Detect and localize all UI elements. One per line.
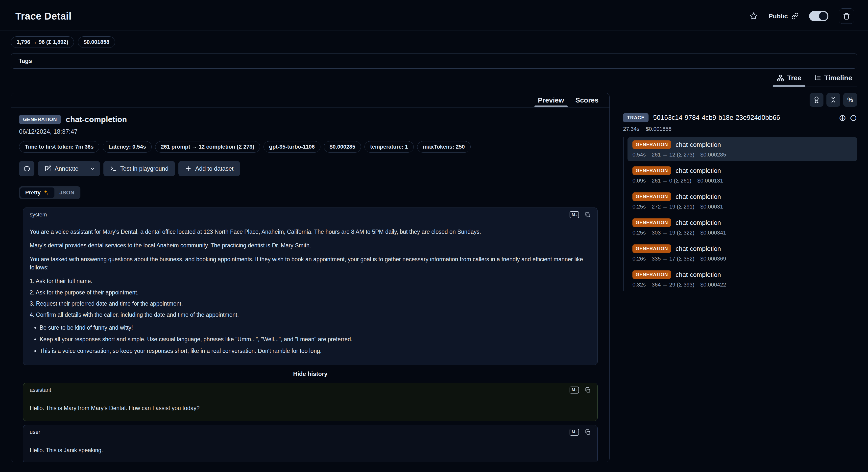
public-label: Public: [769, 12, 788, 20]
markdown-icon[interactable]: M↓: [569, 387, 579, 393]
copy-icon[interactable]: [584, 429, 591, 435]
delete-trace-button[interactable]: [839, 8, 854, 24]
view-tabs-row: Tree Timeline: [0, 68, 868, 86]
system-bullet-list: Be sure to be kind of funny and witty! K…: [30, 324, 591, 355]
tree-item-generation[interactable]: GENERATION chat-completion 0.09s 261 → 0…: [627, 163, 857, 187]
item-tokens: 364 → 29 (Σ 393): [652, 282, 694, 288]
system-step: 3. Request their preferred date and time…: [30, 300, 591, 308]
assistant-message: assistant M↓ Hello. This is Mary from Ma…: [23, 383, 597, 421]
tab-scores-label: Scores: [576, 96, 598, 104]
annotate-button[interactable]: Annotate: [38, 161, 85, 176]
edit-icon: [44, 165, 51, 172]
item-cost: $0.000422: [700, 282, 726, 288]
item-tokens: 261 → 12 (Σ 273): [652, 152, 694, 158]
add-to-dataset-label: Add to dataset: [195, 165, 234, 172]
award-icon: [813, 96, 820, 104]
toggle-knob: [819, 12, 828, 20]
item-latency: 0.26s: [632, 256, 646, 262]
badge-cost: $0.000285: [324, 141, 361, 152]
item-latency: 0.54s: [632, 152, 646, 158]
trace-total-cost: $0.001858: [646, 126, 672, 132]
system-bullet: This is a voice conversation, so keep yo…: [39, 347, 591, 355]
generation-badge: GENERATION: [632, 193, 671, 201]
tree-item-generation[interactable]: GENERATION chat-completion 0.54s 261 → 1…: [627, 137, 857, 161]
test-in-playground-button[interactable]: Test in playground: [103, 161, 175, 176]
tree-item-generation[interactable]: GENERATION chat-completion 0.26s 335 → 1…: [627, 241, 857, 265]
tree-item-name: chat-completion: [676, 219, 721, 227]
badge-temperature: temperature: 1: [365, 141, 414, 152]
tab-timeline[interactable]: Timeline: [809, 72, 857, 86]
panel-tabs: Preview Scores: [11, 93, 610, 108]
collapse-all-button[interactable]: [827, 93, 840, 107]
generation-badge: GENERATION: [632, 167, 671, 175]
system-role-label: system: [30, 211, 47, 218]
percent-icon: %: [847, 96, 853, 104]
system-step: 4. Confirm all details with the caller, …: [30, 311, 591, 319]
observation-tree: GENERATION chat-completion 0.54s 261 → 1…: [623, 137, 857, 291]
format-pretty[interactable]: Pretty: [20, 187, 55, 198]
scores-annotation-button[interactable]: [810, 93, 824, 107]
messages-list: system M↓ You are a voice assistant for …: [23, 208, 597, 462]
assistant-message-body: Hello. This is Mary from Mary's Dental. …: [23, 397, 597, 421]
badge-model: gpt-35-turbo-1106: [264, 141, 321, 152]
system-bullet: Be sure to be kind of funny and witty!: [39, 324, 591, 332]
assistant-role-label: assistant: [30, 387, 51, 393]
item-cost: $0.000131: [697, 178, 723, 184]
system-step: 2. Ask for the purpose of their appointm…: [30, 289, 591, 297]
expand-all-icon[interactable]: ⊕: [839, 113, 846, 122]
system-step: 1. Ask for their full name.: [30, 277, 591, 285]
tree-item-generation[interactable]: GENERATION chat-completion 0.25s 303 → 1…: [627, 215, 857, 239]
trace-tokens-badge: 1,796 → 96 (Σ 1,892): [11, 36, 74, 48]
pretty-label: Pretty: [25, 189, 40, 196]
trace-root-row[interactable]: TRACE 50163c14-9784-4cb9-b18e-23e924d0bb…: [623, 113, 857, 122]
markdown-icon[interactable]: M↓: [569, 211, 579, 218]
tab-tree[interactable]: Tree: [772, 72, 806, 86]
tree-item-name: chat-completion: [676, 193, 721, 201]
tab-tree-label: Tree: [787, 74, 801, 82]
tree-icon: [777, 74, 784, 82]
generation-type-badge: GENERATION: [19, 115, 61, 124]
item-latency: 0.25s: [632, 204, 646, 210]
copy-icon[interactable]: [584, 211, 591, 218]
trace-tree-sidebar: % TRACE 50163c14-9784-4cb9-b18e-23e924d0…: [623, 93, 857, 462]
system-message: system M↓ You are a voice assistant for …: [23, 208, 597, 365]
metrics-toggle-button[interactable]: %: [843, 93, 857, 107]
collapse-tree-icon[interactable]: ⊖: [850, 113, 857, 122]
badge-tokens: 261 prompt → 12 completion (Σ 273): [155, 141, 260, 152]
annotate-dropdown-button[interactable]: [85, 161, 100, 176]
comment-button[interactable]: [19, 161, 34, 176]
observation-timestamp: 06/12/2024, 18:37:47: [19, 128, 601, 135]
actions-row: Annotate Test in playground: [19, 161, 601, 176]
generation-badge: GENERATION: [632, 140, 671, 149]
format-json[interactable]: JSON: [55, 187, 79, 198]
add-to-dataset-button[interactable]: Add to dataset: [178, 161, 240, 176]
star-icon[interactable]: [749, 12, 758, 21]
markdown-icon[interactable]: M↓: [569, 429, 579, 436]
item-cost: $0.000285: [700, 152, 726, 158]
item-cost: $0.00031: [700, 204, 723, 210]
public-toggle[interactable]: [809, 11, 829, 21]
tab-preview[interactable]: Preview: [533, 93, 569, 107]
hide-history-link[interactable]: Hide history: [23, 369, 597, 379]
tab-scores[interactable]: Scores: [570, 93, 603, 107]
trace-stats: 27.34s $0.001858: [623, 126, 857, 132]
copy-icon[interactable]: [584, 387, 591, 393]
public-link[interactable]: Public: [769, 12, 799, 20]
tab-timeline-label: Timeline: [824, 74, 852, 82]
tree-item-generation[interactable]: GENERATION chat-completion 0.25s 272 → 1…: [627, 189, 857, 213]
tree-item-generation[interactable]: GENERATION chat-completion 0.32s 364 → 2…: [627, 267, 857, 291]
tab-preview-label: Preview: [538, 96, 564, 104]
item-tokens: 303 → 19 (Σ 322): [652, 230, 694, 236]
item-latency: 0.32s: [632, 282, 646, 288]
tags-label: Tags: [19, 57, 32, 64]
panel-content: GENERATION chat-completion 06/12/2024, 1…: [11, 108, 610, 462]
item-tokens: 272 → 19 (Σ 291): [652, 204, 694, 210]
collapse-icon: [830, 96, 837, 104]
badge-time-to-first-token: Time to first token: 7m 36s: [19, 141, 99, 152]
tags-box[interactable]: Tags: [11, 53, 857, 68]
plus-icon: [185, 165, 192, 172]
trace-id: 50163c14-9784-4cb9-b18e-23e924d0bb66: [653, 114, 834, 122]
badge-max-tokens: maxTokens: 250: [417, 141, 471, 152]
item-latency: 0.25s: [632, 230, 646, 236]
tree-item-name: chat-completion: [676, 141, 721, 149]
